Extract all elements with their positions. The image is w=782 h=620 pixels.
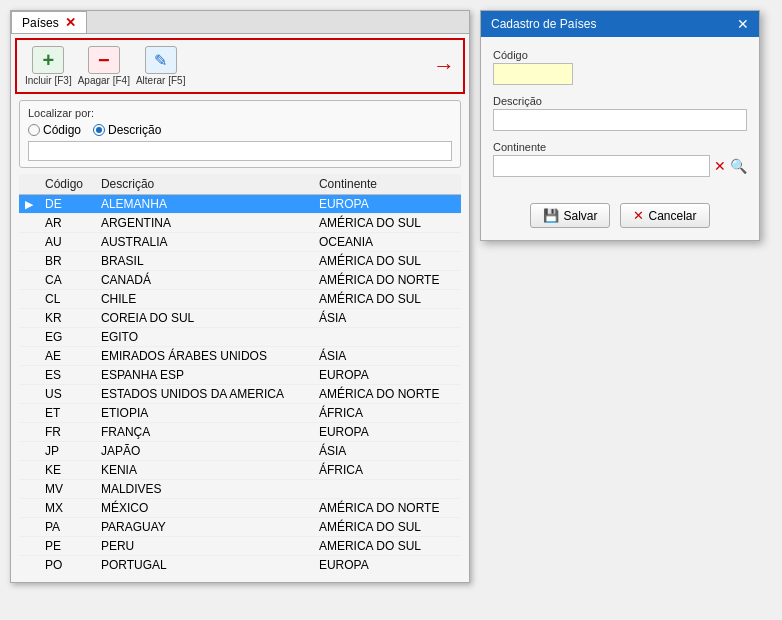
toolbar: + Incluir [F3] − Apagar [F4] ✎ Alterar […: [15, 38, 465, 94]
minus-icon: −: [88, 46, 120, 74]
row-arrow: [19, 461, 39, 480]
descricao-label: Descrição: [493, 95, 747, 107]
table-section: Código Descrição Continente ▶ DE ALEMANH…: [19, 174, 461, 574]
radio-descricao-circle: [93, 124, 105, 136]
incluir-button[interactable]: + Incluir [F3]: [25, 46, 72, 86]
row-descricao: CANADÁ: [95, 271, 313, 290]
continente-label: Continente: [493, 141, 747, 153]
table-row[interactable]: EG EGITO: [19, 328, 461, 347]
row-codigo: FR: [39, 423, 95, 442]
radio-codigo[interactable]: Código: [28, 123, 81, 137]
row-continente: AMÉRICA DO NORTE: [313, 271, 461, 290]
row-codigo: EG: [39, 328, 95, 347]
tab-close-icon[interactable]: ✕: [65, 15, 76, 30]
row-codigo: CA: [39, 271, 95, 290]
row-descricao: EMIRADOS ÁRABES UNIDOS: [95, 347, 313, 366]
dialog-close-button[interactable]: ✕: [737, 16, 749, 32]
row-arrow: [19, 252, 39, 271]
continente-search-icon[interactable]: 🔍: [730, 158, 747, 174]
table-row[interactable]: KE KENIA ÁFRICA: [19, 461, 461, 480]
incluir-label: Incluir [F3]: [25, 75, 72, 86]
continente-field-group: Continente ✕ 🔍: [493, 141, 747, 177]
codigo-field-group: Código: [493, 49, 747, 85]
paises-tab[interactable]: Países ✕: [11, 11, 87, 33]
col-continente: Continente: [313, 174, 461, 195]
row-arrow: [19, 404, 39, 423]
row-continente: AMÉRICA DO SUL: [313, 252, 461, 271]
apagar-label: Apagar [F4]: [78, 75, 130, 86]
table-row[interactable]: PO PORTUGAL EUROPA: [19, 556, 461, 575]
arrow-right-icon: →: [433, 53, 455, 79]
table-row[interactable]: ES ESPANHA ESP EUROPA: [19, 366, 461, 385]
row-arrow: [19, 537, 39, 556]
row-arrow: [19, 480, 39, 499]
save-button[interactable]: 💾 Salvar: [530, 203, 610, 228]
row-continente: ÁFRICA: [313, 461, 461, 480]
row-codigo: ET: [39, 404, 95, 423]
continente-input[interactable]: [493, 155, 710, 177]
table-row[interactable]: AR ARGENTINA AMÉRICA DO SUL: [19, 214, 461, 233]
table-row[interactable]: AU AUSTRALIA OCEANIA: [19, 233, 461, 252]
row-descricao: MALDIVES: [95, 480, 313, 499]
row-descricao: BRASIL: [95, 252, 313, 271]
row-continente: OCEANIA: [313, 233, 461, 252]
table-row[interactable]: ▶ DE ALEMANHA EUROPA: [19, 195, 461, 214]
row-continente: AMÉRICA DO SUL: [313, 518, 461, 537]
row-continente: ÁFRICA: [313, 404, 461, 423]
countries-table: Código Descrição Continente ▶ DE ALEMANH…: [19, 174, 461, 574]
table-row[interactable]: PA PARAGUAY AMÉRICA DO SUL: [19, 518, 461, 537]
row-descricao: ETIOPIA: [95, 404, 313, 423]
row-descricao: MÉXICO: [95, 499, 313, 518]
table-row[interactable]: US ESTADOS UNIDOS DA AMERICA AMÉRICA DO …: [19, 385, 461, 404]
table-row[interactable]: ET ETIOPIA ÁFRICA: [19, 404, 461, 423]
row-continente: EUROPA: [313, 556, 461, 575]
row-continente: AMÉRICA DO NORTE: [313, 385, 461, 404]
descricao-field-group: Descrição: [493, 95, 747, 131]
codigo-label: Código: [493, 49, 747, 61]
row-descricao: CHILE: [95, 290, 313, 309]
cadastro-dialog: Cadastro de Países ✕ Código Descrição Co…: [480, 10, 760, 241]
row-codigo: AU: [39, 233, 95, 252]
alterar-button[interactable]: ✎ Alterar [F5]: [136, 46, 185, 86]
table-row[interactable]: FR FRANÇA EUROPA: [19, 423, 461, 442]
table-row[interactable]: CL CHILE AMÉRICA DO SUL: [19, 290, 461, 309]
save-icon: 💾: [543, 208, 559, 223]
table-row[interactable]: CA CANADÁ AMÉRICA DO NORTE: [19, 271, 461, 290]
continente-clear-icon[interactable]: ✕: [714, 158, 726, 174]
table-row[interactable]: KR COREIA DO SUL ÁSIA: [19, 309, 461, 328]
row-arrow: [19, 518, 39, 537]
table-row[interactable]: JP JAPÃO ÁSIA: [19, 442, 461, 461]
row-descricao: EGITO: [95, 328, 313, 347]
row-codigo: MV: [39, 480, 95, 499]
search-section: Localizar por: Código Descrição: [19, 100, 461, 168]
row-arrow: [19, 499, 39, 518]
cancel-button[interactable]: ✕ Cancelar: [620, 203, 709, 228]
cancel-icon: ✕: [633, 208, 644, 223]
row-continente: AMÉRICA DO SUL: [313, 214, 461, 233]
cancel-label: Cancelar: [648, 209, 696, 223]
table-row[interactable]: MX MÉXICO AMÉRICA DO NORTE: [19, 499, 461, 518]
row-arrow: ▶: [19, 195, 39, 214]
radio-descricao-label: Descrição: [108, 123, 161, 137]
plus-icon: +: [32, 46, 64, 74]
dialog-title-bar: Cadastro de Países ✕: [481, 11, 759, 37]
table-row[interactable]: BR BRASIL AMÉRICA DO SUL: [19, 252, 461, 271]
table-row[interactable]: AE EMIRADOS ÁRABES UNIDOS ÁSIA: [19, 347, 461, 366]
row-descricao: ARGENTINA: [95, 214, 313, 233]
table-row[interactable]: MV MALDIVES: [19, 480, 461, 499]
row-continente: AMÉRICA DO SUL: [313, 290, 461, 309]
codigo-input[interactable]: [493, 63, 573, 85]
radio-codigo-circle: [28, 124, 40, 136]
search-input[interactable]: [28, 141, 452, 161]
row-arrow: [19, 309, 39, 328]
apagar-button[interactable]: − Apagar [F4]: [78, 46, 130, 86]
localizar-label: Localizar por:: [28, 107, 452, 119]
row-arrow: [19, 442, 39, 461]
radio-descricao[interactable]: Descrição: [93, 123, 161, 137]
table-row[interactable]: PE PERU AMERICA DO SUL: [19, 537, 461, 556]
row-continente: ÁSIA: [313, 442, 461, 461]
col-descricao: Descrição: [95, 174, 313, 195]
descricao-input[interactable]: [493, 109, 747, 131]
row-arrow: [19, 366, 39, 385]
row-continente: AMERICA DO SUL: [313, 537, 461, 556]
